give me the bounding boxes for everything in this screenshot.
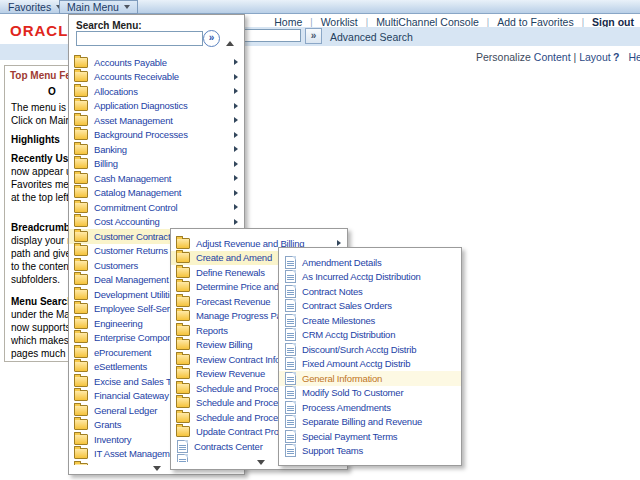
menu-item-label: Process Amendments	[302, 402, 391, 413]
triangle-down-icon	[153, 466, 161, 471]
menu-item-label: Fixed Amount Acctg Distrib	[302, 358, 410, 369]
menu-item-cash-management[interactable]: Cash Management	[69, 171, 244, 186]
chevron-down-icon	[124, 5, 130, 9]
page-icon	[285, 444, 296, 457]
menu-item-general-information[interactable]: General Information	[279, 371, 461, 386]
personalize-separator: |	[574, 51, 577, 63]
menu-item-label: General Information	[302, 373, 382, 384]
submenu-arrow-icon	[234, 204, 238, 210]
menu-search-go-button[interactable]: »	[203, 30, 220, 47]
menu-item-label: Financial Gateway	[94, 390, 169, 401]
nav-separator: |	[479, 17, 497, 27]
page-icon	[177, 440, 188, 453]
menu-item-label: Separate Billing and Revenue	[302, 416, 422, 427]
favorites-menu-button[interactable]: Favorites	[8, 1, 62, 13]
page-icon	[285, 343, 296, 356]
folder-icon	[176, 281, 190, 292]
menu-item-cost-accounting[interactable]: Cost Accounting	[69, 215, 244, 230]
folder-icon	[74, 245, 88, 256]
menu-item-amendment-details[interactable]: Amendment Details	[279, 255, 461, 270]
menu-item-label: Application Diagnostics	[94, 100, 188, 111]
menu-item-label: Create and Amend	[196, 252, 272, 263]
menu-item-label: Accounts Receivable	[94, 71, 179, 82]
folder-icon	[74, 318, 88, 329]
header-search-input[interactable]	[237, 29, 301, 42]
menu-item-label: Contract Notes	[302, 286, 363, 297]
folder-icon	[74, 419, 88, 430]
menu-item-application-diagnostics[interactable]: Application Diagnostics	[69, 99, 244, 114]
menu-item-support-teams[interactable]: Support Teams	[279, 444, 461, 459]
menu-item-label: Forecast Revenue	[196, 296, 270, 307]
pagelet-paragraph-term: Breadcrumbs	[11, 222, 75, 233]
menu-item-allocations[interactable]: Allocations	[69, 84, 244, 99]
folder-icon	[74, 115, 88, 126]
menu-item-contract-sales-orders[interactable]: Contract Sales Orders	[279, 299, 461, 314]
menu-item-accounts-receivable[interactable]: Accounts Receivable	[69, 70, 244, 85]
header-search-go-button[interactable]: »	[305, 28, 322, 44]
menu-item-label: CRM Acctg Distribution	[302, 329, 395, 340]
menu-item-modify-sold-to-customer[interactable]: Modify Sold To Customer	[279, 386, 461, 401]
pagelet-highlights-label: Highlights	[11, 134, 60, 146]
folder-icon	[74, 332, 88, 343]
page-icon	[285, 285, 296, 298]
folder-icon	[176, 426, 190, 437]
help-icon[interactable]: ?	[613, 51, 619, 63]
folder-icon	[74, 448, 88, 459]
folder-icon	[176, 339, 190, 350]
folder-icon	[74, 434, 88, 445]
folder-icon	[74, 289, 88, 300]
page-icon	[177, 454, 188, 462]
scroll-up-arrow[interactable]	[226, 41, 234, 46]
personalize-layout-link[interactable]: Layout	[579, 51, 611, 63]
advanced-search-link[interactable]: Advanced Search	[330, 31, 413, 43]
menu-item-label: Review Revenue	[196, 368, 265, 379]
menu-item-accounts-payable[interactable]: Accounts Payable	[69, 55, 244, 70]
menu-item-billing[interactable]: Billing	[69, 157, 244, 172]
submenu-arrow-icon	[234, 103, 238, 109]
scroll-down-arrow[interactable]	[257, 460, 265, 465]
menu-item-as-incurred-acctg-distribution[interactable]: As Incurred Acctg Distribution	[279, 270, 461, 285]
menu-item-asset-management[interactable]: Asset Management	[69, 113, 244, 128]
folder-icon	[74, 390, 88, 401]
folder-icon	[176, 252, 190, 263]
personalize-bar: Personalize Content | Layout	[476, 51, 611, 63]
menu-search-input[interactable]	[76, 31, 203, 46]
folder-icon	[74, 274, 88, 285]
menu-item-catalog-management[interactable]: Catalog Management	[69, 186, 244, 201]
menu-item-label: Banking	[94, 144, 127, 155]
menu-item-label: Customer Contracts	[94, 231, 175, 242]
menu-item-fixed-amount-acctg-distrib[interactable]: Fixed Amount Acctg Distrib	[279, 357, 461, 372]
header-bar-left-strip	[0, 44, 68, 60]
menu-item-discount-surch-acctg-distrib[interactable]: Discount/Surch Acctg Distrib	[279, 342, 461, 357]
page-icon	[285, 357, 296, 370]
pagelet-paragraph-line: subfolders.	[11, 274, 60, 286]
menu-item-special-payment-terms[interactable]: Special Payment Terms	[279, 429, 461, 444]
submenu-arrow-icon	[234, 190, 238, 196]
folder-icon	[74, 405, 88, 416]
page-icon	[285, 314, 296, 327]
peoplesoft-application: Favorites Main Menu ORACLE Home|Worklist…	[0, 0, 640, 480]
page-icon	[285, 299, 296, 312]
submenu-arrow-icon	[234, 88, 238, 94]
folder-icon	[176, 310, 190, 321]
menu-item-label: Development Utilities	[94, 289, 179, 300]
menu-item-process-amendments[interactable]: Process Amendments	[279, 400, 461, 415]
menu-item-commitment-control[interactable]: Commitment Control	[69, 200, 244, 215]
menu-item-contract-notes[interactable]: Contract Notes	[279, 284, 461, 299]
nav-separator: |	[358, 17, 376, 27]
menu-item-crm-acctg-distribution[interactable]: CRM Acctg Distribution	[279, 328, 461, 343]
menu-item-background-processes[interactable]: Background Processes	[69, 128, 244, 143]
folder-icon	[176, 368, 190, 379]
menu-item-separate-billing-and-revenue[interactable]: Separate Billing and Revenue	[279, 415, 461, 430]
folder-icon	[74, 187, 88, 198]
scroll-down-arrow[interactable]	[153, 466, 161, 471]
folder-icon	[74, 347, 88, 358]
folder-icon	[176, 296, 190, 307]
main-menu-button[interactable]: Main Menu	[59, 0, 138, 14]
submenu-arrow-icon	[234, 117, 238, 123]
help-link[interactable]: Help	[628, 51, 640, 63]
top-nav-bar: Favorites Main Menu	[0, 0, 640, 14]
menu-item-banking[interactable]: Banking	[69, 142, 244, 157]
menu-item-create-milestones[interactable]: Create Milestones	[279, 313, 461, 328]
personalize-content-link[interactable]: Content	[534, 51, 571, 63]
